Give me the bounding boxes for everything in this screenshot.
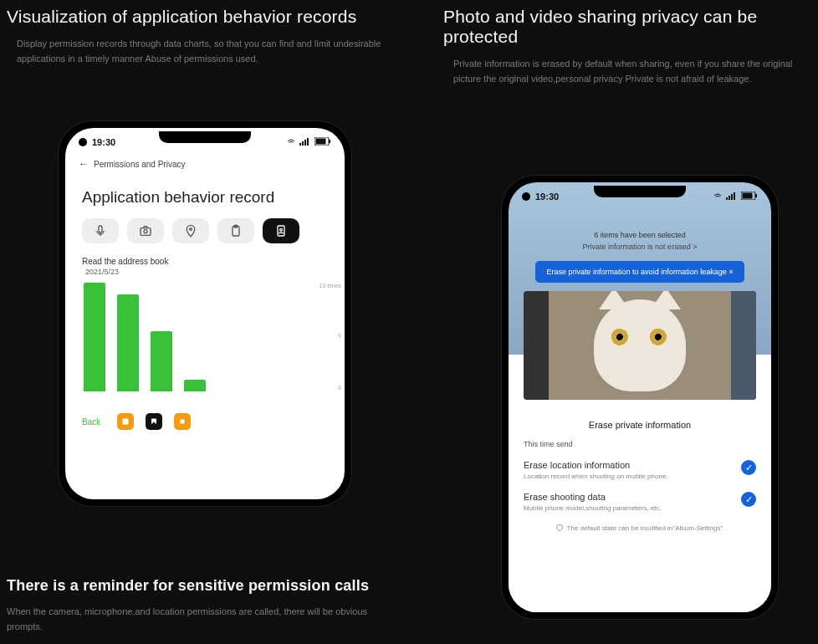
status-time: 19:30 xyxy=(92,137,115,147)
camera-pill[interactable] xyxy=(127,218,164,243)
svg-rect-0 xyxy=(299,143,301,146)
svg-point-14 xyxy=(280,228,283,231)
cat-image xyxy=(594,299,686,391)
chart-bar xyxy=(117,294,139,391)
section-heading-left: Visualization of application behavior re… xyxy=(7,7,408,27)
back-arrow-icon: ← xyxy=(79,158,89,170)
chart-bar xyxy=(184,380,206,391)
erase-status[interactable]: Private information is not erased > xyxy=(509,243,771,251)
chart-bar xyxy=(84,283,105,391)
breadcrumb-label: Permissions and Privacy xyxy=(94,160,185,169)
chart-legend-row: Back xyxy=(65,408,345,435)
category-pills xyxy=(65,215,345,252)
svg-rect-7 xyxy=(99,226,102,233)
phone-notch xyxy=(159,131,251,143)
erase-banner-text: Erase private information to avoid infor… xyxy=(547,268,734,276)
svg-point-10 xyxy=(190,228,192,231)
sheet-footnote: The default state can be modified in"Alb… xyxy=(524,524,756,532)
share-header: 6 items have been selected Private infor… xyxy=(509,206,771,251)
y-label-top: 18 times xyxy=(320,283,341,289)
svg-rect-6 xyxy=(329,140,330,143)
camera-hole-icon xyxy=(79,138,87,146)
svg-rect-1 xyxy=(302,141,304,146)
svg-rect-19 xyxy=(734,192,735,200)
svg-rect-15 xyxy=(123,419,129,425)
bar-chart: 18 times 9 0 xyxy=(65,283,345,408)
option-desc: Location record when shooting on mobile … xyxy=(524,473,668,480)
check-icon[interactable]: ✓ xyxy=(741,492,756,507)
check-icon[interactable]: ✓ xyxy=(741,460,756,475)
erase-banner[interactable]: Erase private information to avoid infor… xyxy=(535,261,745,283)
share-image-preview[interactable] xyxy=(524,291,756,400)
camera-hole-icon xyxy=(522,192,530,201)
section-heading-right: Photo and video sharing privacy can be p… xyxy=(443,7,811,47)
breadcrumb[interactable]: ← Permissions and Privacy xyxy=(65,151,345,176)
footnote-text: The default state can be modified in"Alb… xyxy=(567,524,725,532)
phone-mockup-right: 19:30 6 items have been selected Private… xyxy=(502,176,778,619)
chart-date: 2021/5/23 xyxy=(65,268,345,283)
shield-icon xyxy=(555,524,564,532)
mic-pill[interactable] xyxy=(82,218,119,243)
svg-rect-18 xyxy=(731,194,733,200)
clipboard-pill[interactable] xyxy=(217,218,254,243)
svg-rect-21 xyxy=(743,193,753,199)
battery-icon xyxy=(314,137,331,147)
phone-mockup-left: 19:30 ← Permissions and Privacy Applicat… xyxy=(59,121,351,506)
section-heading-bottom: There is a reminder for sensitive permis… xyxy=(7,577,408,595)
svg-rect-2 xyxy=(304,140,306,146)
svg-rect-3 xyxy=(307,138,309,146)
svg-rect-16 xyxy=(726,197,728,200)
section-subtext-right: Private information is erased by default… xyxy=(443,57,811,86)
location-pill[interactable] xyxy=(172,218,209,243)
erase-location-option[interactable]: Erase location information Location reco… xyxy=(524,460,756,480)
option-desc: Mobile phone model,shooting parameters, … xyxy=(524,504,662,512)
option-title: Erase location information xyxy=(524,460,668,470)
app-icon-1 xyxy=(117,413,134,430)
signal-icon xyxy=(726,192,738,202)
erase-shooting-option[interactable]: Erase shooting data Mobile phone model,s… xyxy=(524,492,756,512)
battery-icon xyxy=(741,192,758,202)
y-label-bot: 0 xyxy=(338,385,341,391)
section-subtext-left: Display permission records through data … xyxy=(7,37,408,66)
svg-rect-22 xyxy=(755,194,757,197)
svg-point-9 xyxy=(144,230,147,233)
app-icon-3 xyxy=(174,413,191,430)
wifi-icon xyxy=(713,191,723,202)
chart-subtitle: Read the address book xyxy=(65,252,345,268)
section-subtext-bottom: When the camera, microphone,and location… xyxy=(7,605,408,634)
svg-rect-17 xyxy=(729,196,730,200)
y-label-mid: 9 xyxy=(338,333,341,339)
svg-rect-5 xyxy=(316,139,326,145)
phone-notch xyxy=(594,186,686,197)
status-time: 19:30 xyxy=(535,192,559,202)
option-title: Erase shooting data xyxy=(524,492,662,502)
sheet-title: Erase private information xyxy=(524,420,756,430)
signal-icon xyxy=(299,137,311,147)
chart-back-label[interactable]: Back xyxy=(82,417,105,427)
sheet-subtitle: This time send xyxy=(524,440,756,448)
page-title: Application behavior record xyxy=(65,176,345,215)
app-icon-2 xyxy=(146,413,162,430)
svg-rect-8 xyxy=(141,228,151,236)
wifi-icon xyxy=(286,136,296,148)
erase-sheet: Erase private information This time send… xyxy=(509,406,771,612)
chart-bar xyxy=(151,331,172,391)
selected-count: 6 items have been selected xyxy=(509,231,771,239)
contacts-pill[interactable] xyxy=(263,218,299,243)
